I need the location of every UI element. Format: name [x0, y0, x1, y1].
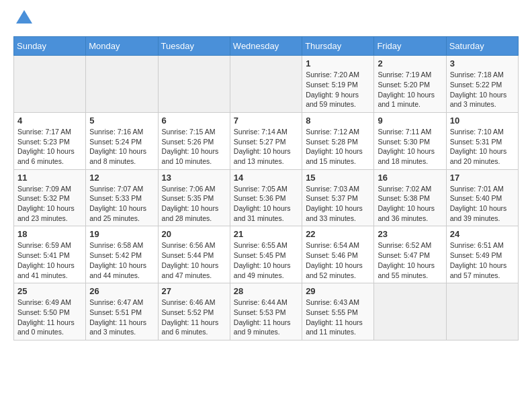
calendar-week-4: 18Sunrise: 6:59 AM Sunset: 5:41 PM Dayli… [14, 226, 519, 283]
day-header-tuesday: Tuesday [158, 37, 230, 56]
day-info: Sunrise: 7:09 AM Sunset: 5:32 PM Dayligh… [17, 184, 82, 224]
day-number: 5 [89, 116, 154, 126]
calendar-cell: 21Sunrise: 6:55 AM Sunset: 5:45 PM Dayli… [230, 226, 302, 283]
day-number: 21 [234, 229, 298, 239]
calendar-cell: 2Sunrise: 7:19 AM Sunset: 5:20 PM Daylig… [374, 56, 446, 113]
day-info: Sunrise: 7:03 AM Sunset: 5:37 PM Dayligh… [306, 184, 370, 224]
calendar-cell [14, 56, 86, 113]
day-info: Sunrise: 7:19 AM Sunset: 5:20 PM Dayligh… [378, 70, 442, 109]
calendar-week-5: 25Sunrise: 6:49 AM Sunset: 5:50 PM Dayli… [14, 283, 519, 340]
logo-icon [15, 9, 34, 28]
day-info: Sunrise: 7:20 AM Sunset: 5:19 PM Dayligh… [306, 70, 370, 109]
day-info: Sunrise: 7:18 AM Sunset: 5:22 PM Dayligh… [450, 70, 515, 109]
day-header-monday: Monday [86, 37, 158, 56]
day-info: Sunrise: 6:47 AM Sunset: 5:51 PM Dayligh… [89, 298, 154, 337]
calendar-cell: 13Sunrise: 7:06 AM Sunset: 5:35 PM Dayli… [158, 169, 230, 226]
day-number: 2 [378, 58, 442, 68]
day-info: Sunrise: 6:52 AM Sunset: 5:47 PM Dayligh… [378, 240, 442, 280]
day-number: 13 [162, 173, 226, 183]
day-number: 7 [234, 116, 298, 126]
calendar-week-1: 1Sunrise: 7:20 AM Sunset: 5:19 PM Daylig… [14, 56, 519, 113]
day-number: 22 [306, 229, 370, 239]
day-header-saturday: Saturday [446, 37, 518, 56]
day-number: 18 [17, 229, 82, 239]
calendar-cell: 7Sunrise: 7:14 AM Sunset: 5:27 PM Daylig… [230, 112, 302, 169]
calendar-cell: 28Sunrise: 6:44 AM Sunset: 5:53 PM Dayli… [230, 283, 302, 340]
svg-marker-0 [16, 10, 32, 24]
day-number: 10 [450, 116, 515, 126]
day-number: 19 [89, 229, 154, 239]
day-number: 9 [378, 116, 442, 126]
calendar-cell: 26Sunrise: 6:47 AM Sunset: 5:51 PM Dayli… [86, 283, 158, 340]
page-header [13, 13, 519, 30]
calendar-cell: 14Sunrise: 7:05 AM Sunset: 5:36 PM Dayli… [230, 169, 302, 226]
calendar-cell: 12Sunrise: 7:07 AM Sunset: 5:33 PM Dayli… [86, 169, 158, 226]
day-info: Sunrise: 7:14 AM Sunset: 5:27 PM Dayligh… [234, 127, 298, 167]
day-header-wednesday: Wednesday [230, 37, 302, 56]
day-info: Sunrise: 7:07 AM Sunset: 5:33 PM Dayligh… [89, 184, 154, 224]
calendar-cell: 19Sunrise: 6:58 AM Sunset: 5:42 PM Dayli… [86, 226, 158, 283]
day-info: Sunrise: 6:46 AM Sunset: 5:52 PM Dayligh… [162, 298, 226, 337]
calendar-week-2: 4Sunrise: 7:17 AM Sunset: 5:23 PM Daylig… [14, 112, 519, 169]
day-info: Sunrise: 6:44 AM Sunset: 5:53 PM Dayligh… [234, 298, 298, 337]
day-info: Sunrise: 6:49 AM Sunset: 5:50 PM Dayligh… [17, 298, 82, 337]
day-number: 23 [378, 229, 442, 239]
day-number: 16 [378, 173, 442, 183]
day-info: Sunrise: 6:55 AM Sunset: 5:45 PM Dayligh… [234, 240, 298, 280]
calendar-cell: 11Sunrise: 7:09 AM Sunset: 5:32 PM Dayli… [14, 169, 86, 226]
calendar-cell: 20Sunrise: 6:56 AM Sunset: 5:44 PM Dayli… [158, 226, 230, 283]
day-number: 4 [17, 116, 82, 126]
day-info: Sunrise: 6:56 AM Sunset: 5:44 PM Dayligh… [162, 240, 226, 280]
calendar-week-3: 11Sunrise: 7:09 AM Sunset: 5:32 PM Dayli… [14, 169, 519, 226]
day-info: Sunrise: 6:54 AM Sunset: 5:46 PM Dayligh… [306, 240, 370, 280]
calendar-cell: 18Sunrise: 6:59 AM Sunset: 5:41 PM Dayli… [14, 226, 86, 283]
day-info: Sunrise: 7:06 AM Sunset: 5:35 PM Dayligh… [162, 184, 226, 224]
day-info: Sunrise: 6:59 AM Sunset: 5:41 PM Dayligh… [17, 240, 82, 280]
calendar-cell: 16Sunrise: 7:02 AM Sunset: 5:38 PM Dayli… [374, 169, 446, 226]
calendar-cell: 24Sunrise: 6:51 AM Sunset: 5:49 PM Dayli… [446, 226, 518, 283]
calendar-table: SundayMondayTuesdayWednesdayThursdayFrid… [13, 36, 519, 340]
calendar-header-row: SundayMondayTuesdayWednesdayThursdayFrid… [14, 37, 519, 56]
day-info: Sunrise: 6:51 AM Sunset: 5:49 PM Dayligh… [450, 240, 515, 280]
day-number: 12 [89, 173, 154, 183]
calendar-cell [230, 56, 302, 113]
calendar-cell: 25Sunrise: 6:49 AM Sunset: 5:50 PM Dayli… [14, 283, 86, 340]
calendar-cell: 3Sunrise: 7:18 AM Sunset: 5:22 PM Daylig… [446, 56, 518, 113]
day-number: 3 [450, 58, 515, 68]
calendar-cell: 23Sunrise: 6:52 AM Sunset: 5:47 PM Dayli… [374, 226, 446, 283]
day-number: 15 [306, 173, 370, 183]
day-number: 6 [162, 116, 226, 126]
calendar-cell: 1Sunrise: 7:20 AM Sunset: 5:19 PM Daylig… [302, 56, 374, 113]
calendar-cell: 27Sunrise: 6:46 AM Sunset: 5:52 PM Dayli… [158, 283, 230, 340]
day-info: Sunrise: 6:58 AM Sunset: 5:42 PM Dayligh… [89, 240, 154, 280]
day-info: Sunrise: 7:15 AM Sunset: 5:26 PM Dayligh… [162, 127, 226, 167]
day-info: Sunrise: 7:01 AM Sunset: 5:40 PM Dayligh… [450, 184, 515, 224]
day-number: 20 [162, 229, 226, 239]
calendar-cell: 5Sunrise: 7:16 AM Sunset: 5:24 PM Daylig… [86, 112, 158, 169]
day-number: 8 [306, 116, 370, 126]
day-number: 24 [450, 229, 515, 239]
calendar-cell: 9Sunrise: 7:11 AM Sunset: 5:30 PM Daylig… [374, 112, 446, 169]
day-info: Sunrise: 6:43 AM Sunset: 5:55 PM Dayligh… [306, 298, 370, 337]
calendar-cell [158, 56, 230, 113]
day-number: 26 [89, 286, 154, 296]
day-header-thursday: Thursday [302, 37, 374, 56]
logo [13, 13, 34, 30]
calendar-cell [374, 283, 446, 340]
day-number: 14 [234, 173, 298, 183]
day-number: 11 [17, 173, 82, 183]
day-info: Sunrise: 7:12 AM Sunset: 5:28 PM Dayligh… [306, 127, 370, 167]
calendar-cell [86, 56, 158, 113]
day-header-friday: Friday [374, 37, 446, 56]
calendar-cell: 10Sunrise: 7:10 AM Sunset: 5:31 PM Dayli… [446, 112, 518, 169]
calendar-cell: 29Sunrise: 6:43 AM Sunset: 5:55 PM Dayli… [302, 283, 374, 340]
calendar-cell: 8Sunrise: 7:12 AM Sunset: 5:28 PM Daylig… [302, 112, 374, 169]
calendar-cell [446, 283, 518, 340]
calendar-cell: 4Sunrise: 7:17 AM Sunset: 5:23 PM Daylig… [14, 112, 86, 169]
day-number: 1 [306, 58, 370, 68]
day-info: Sunrise: 7:11 AM Sunset: 5:30 PM Dayligh… [378, 127, 442, 167]
day-number: 17 [450, 173, 515, 183]
day-info: Sunrise: 7:10 AM Sunset: 5:31 PM Dayligh… [450, 127, 515, 167]
day-number: 28 [234, 286, 298, 296]
day-number: 27 [162, 286, 226, 296]
